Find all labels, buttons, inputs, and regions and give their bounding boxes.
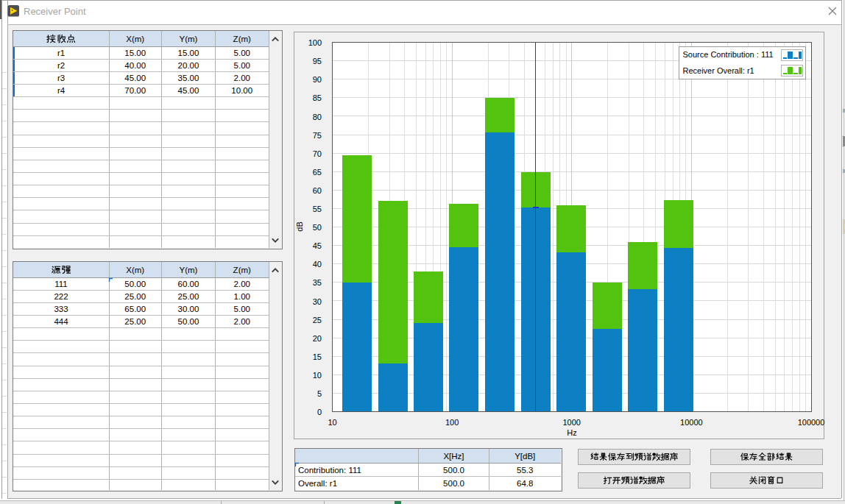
svg-text:20: 20	[313, 334, 322, 343]
svg-text:444: 444	[54, 317, 68, 326]
svg-text:100000: 100000	[798, 418, 825, 427]
svg-text:500.0: 500.0	[443, 479, 464, 488]
svg-text:Z(m): Z(m)	[233, 35, 251, 43]
svg-text:64.8: 64.8	[517, 479, 533, 488]
svg-text:70: 70	[313, 149, 322, 158]
svg-text:100: 100	[308, 38, 322, 47]
svg-text:35.00: 35.00	[178, 74, 199, 82]
svg-text:r1: r1	[57, 49, 65, 57]
svg-text:r4: r4	[57, 86, 66, 95]
svg-text:333: 333	[54, 305, 68, 313]
svg-text:40: 40	[313, 260, 322, 269]
svg-text:Receiver Point: Receiver Point	[24, 6, 86, 17]
svg-text:Y(m): Y(m)	[180, 266, 198, 274]
svg-text:10: 10	[313, 371, 322, 380]
svg-text:25: 25	[313, 316, 322, 324]
svg-text:Hz: Hz	[567, 428, 576, 437]
svg-text:10.00: 10.00	[231, 86, 252, 95]
svg-text:30: 30	[313, 297, 322, 306]
svg-text:70.00: 70.00	[124, 86, 146, 95]
svg-text:20.00: 20.00	[178, 61, 199, 70]
svg-text:Source Contribution : 111: Source Contribution : 111	[683, 50, 774, 59]
svg-text:100: 100	[445, 418, 459, 427]
svg-text:2.00: 2.00	[234, 74, 250, 82]
svg-text:50.00: 50.00	[178, 317, 199, 326]
svg-text:45: 45	[313, 241, 322, 250]
svg-text:1.00: 1.00	[234, 292, 250, 301]
svg-text:90: 90	[313, 75, 322, 84]
svg-text:Overall: r1: Overall: r1	[298, 479, 337, 488]
svg-text:15.00: 15.00	[178, 49, 199, 57]
svg-text:dB: dB	[295, 221, 304, 231]
svg-text:Contribution: 111: Contribution: 111	[298, 466, 361, 475]
svg-text:25.00: 25.00	[178, 292, 199, 301]
svg-text:65.00: 65.00	[124, 305, 146, 313]
svg-text:Receiver Overall: r1: Receiver Overall: r1	[683, 66, 754, 75]
svg-text:X(m): X(m)	[126, 266, 144, 274]
svg-text:500.0: 500.0	[443, 466, 464, 475]
svg-text:30.00: 30.00	[178, 305, 199, 313]
svg-text:10: 10	[328, 418, 336, 427]
svg-text:15: 15	[313, 352, 322, 361]
svg-text:1000: 1000	[563, 418, 581, 427]
svg-text:55.3: 55.3	[517, 466, 533, 475]
svg-text:Z(m): Z(m)	[233, 266, 251, 274]
svg-text:5.00: 5.00	[234, 61, 250, 70]
svg-text:5.00: 5.00	[234, 305, 250, 313]
svg-text:45.00: 45.00	[124, 74, 146, 82]
svg-text:40.00: 40.00	[124, 61, 146, 70]
svg-text:10000: 10000	[680, 418, 703, 427]
svg-text:5.00: 5.00	[234, 49, 250, 57]
svg-text:25.00: 25.00	[124, 317, 146, 326]
svg-text:0: 0	[317, 408, 322, 416]
svg-text:X(m): X(m)	[126, 35, 144, 43]
svg-text:75: 75	[313, 131, 322, 140]
svg-text:r2: r2	[57, 61, 65, 70]
svg-text:Y(m): Y(m)	[180, 35, 198, 43]
svg-text:50.00: 50.00	[124, 280, 146, 288]
svg-text:50: 50	[313, 223, 322, 232]
svg-text:85: 85	[313, 93, 322, 102]
svg-text:r3: r3	[57, 74, 65, 82]
svg-text:80: 80	[313, 113, 322, 121]
svg-text:65: 65	[313, 168, 322, 177]
svg-text:Y[dB]: Y[dB]	[515, 452, 535, 461]
svg-text:55: 55	[313, 205, 322, 213]
svg-text:2.00: 2.00	[234, 317, 250, 326]
svg-text:45.00: 45.00	[178, 86, 199, 95]
svg-text:5: 5	[317, 389, 322, 398]
svg-text:25.00: 25.00	[124, 292, 146, 301]
svg-text:X[Hz]: X[Hz]	[443, 452, 464, 461]
svg-text:111: 111	[54, 280, 67, 288]
svg-text:2.00: 2.00	[234, 280, 250, 288]
svg-text:60.00: 60.00	[178, 280, 199, 288]
svg-text:95: 95	[313, 57, 322, 65]
svg-text:35: 35	[313, 278, 322, 287]
svg-text:222: 222	[54, 292, 68, 301]
svg-text:60: 60	[313, 186, 322, 195]
svg-text:15.00: 15.00	[124, 49, 146, 57]
